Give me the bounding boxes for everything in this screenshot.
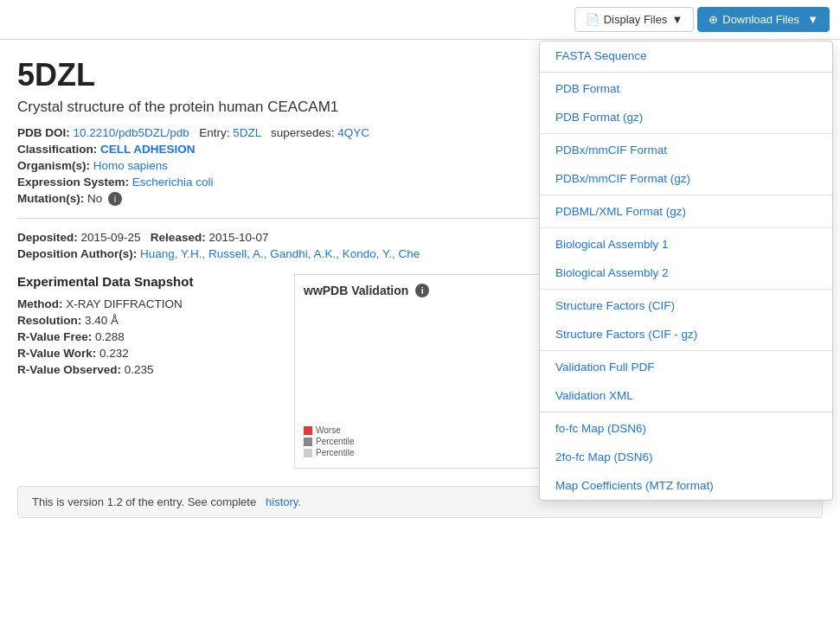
dropdown-item-mtz[interactable]: Map Coefficients (MTZ format) (540, 471, 832, 500)
dropdown-item-fasta[interactable]: FASTA Sequence (540, 42, 832, 70)
download-files-label: Download Files (722, 13, 799, 26)
dropdown-item-sf-cif-gz[interactable]: Structure Factors (CIF - gz) (540, 320, 832, 348)
download-files-button[interactable]: ⊕ Download Files ▼ (697, 7, 830, 32)
dropdown-item-mmcif-gz[interactable]: PDBx/mmCIF Format (gz) (540, 164, 832, 193)
pdb-doi-link[interactable]: 10.2210/pdb5DZL/pdb (74, 126, 193, 139)
caret-icon: ▼ (807, 13, 818, 26)
dropdown-item-val-pdf[interactable]: Validation Full PDF (540, 353, 832, 381)
dropdown-item-fo-fc[interactable]: fo-fc Map (DSN6) (540, 414, 832, 443)
classification-value: CELL ADHESION (100, 143, 196, 156)
resolution-line: Resolution: 3.40 Å (17, 314, 277, 327)
rfree-line: R-Value Free: 0.288 (17, 330, 277, 343)
pdb-doi-label: PDB DOI: (17, 126, 70, 139)
dropdown-item-bio1[interactable]: Biological Assembly 1 (540, 230, 832, 259)
dropdown-item-2fo-fc[interactable]: 2fo-fc Map (DSN6) (540, 443, 832, 471)
supersedes-link[interactable]: 4QYC (337, 126, 369, 139)
expression-link[interactable]: Escherichia coli (132, 176, 214, 188)
mutations-info-icon[interactable]: i (108, 192, 122, 206)
file-icon: 📄 (586, 13, 600, 26)
dropdown-item-bio2[interactable]: Biological Assembly 2 (540, 259, 832, 287)
dropdown-item-pdb-gz[interactable]: PDB Format (gz) (540, 103, 832, 131)
display-files-label: Display Files (604, 13, 668, 26)
caret-icon: ▼ (671, 13, 683, 26)
download-dropdown: FASTA Sequence PDB Format PDB Format (gz… (539, 41, 833, 501)
rwork-line: R-Value Work: 0.232 (17, 347, 277, 360)
snapshot-title: Experimental Data Snapshot (17, 274, 277, 289)
snapshot-left: Experimental Data Snapshot Method: X-RAY… (17, 274, 277, 469)
dropdown-item-val-xml[interactable]: Validation XML (540, 381, 832, 410)
robserved-line: R-Value Observed: 0.235 (17, 363, 277, 376)
toolbar: 📄 Display Files ▼ ⊕ Download Files ▼ (0, 0, 840, 40)
dropdown-item-pdb[interactable]: PDB Format (540, 74, 832, 103)
display-files-button[interactable]: 📄 Display Files ▼ (574, 7, 695, 32)
dropdown-item-pdbml[interactable]: PDBML/XML Format (gz) (540, 197, 832, 226)
authors-link[interactable]: Huang, Y.H., Russell, A., Gandhi, A.K., … (140, 247, 420, 260)
organisms-link[interactable]: Homo sapiens (93, 159, 168, 172)
method-line: Method: X-RAY DIFFRACTION (17, 297, 277, 310)
download-icon: ⊕ (709, 13, 718, 26)
entry-link[interactable]: 5DZL (233, 126, 264, 139)
dropdown-item-sf-cif[interactable]: Structure Factors (CIF) (540, 291, 832, 320)
history-link[interactable]: history. (262, 495, 301, 508)
validation-info-icon[interactable]: i (415, 284, 429, 297)
dropdown-item-mmcif[interactable]: PDBx/mmCIF Format (540, 136, 832, 164)
